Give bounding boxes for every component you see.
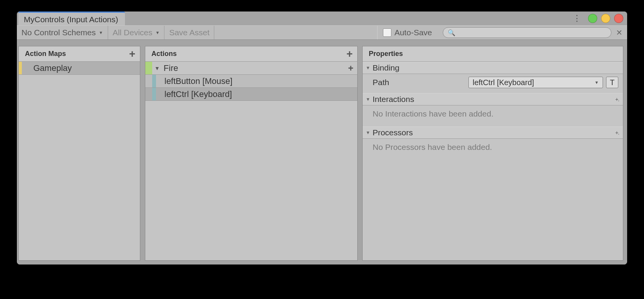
search-input[interactable]: 🔍 (443, 27, 611, 38)
action-maps-title: Action Maps (25, 50, 66, 58)
binding-section-header[interactable]: Binding (363, 62, 623, 74)
control-schemes-dropdown[interactable]: No Control Schemes (17, 26, 108, 39)
auto-save-label: Auto-Save (394, 28, 432, 37)
path-value: leftCtrl [Keyboard] (473, 78, 534, 87)
binding-row[interactable]: leftButton [Mouse] (145, 75, 357, 88)
action-maps-header: Action Maps + (19, 46, 140, 62)
titlebar: MyControls (Input Actions) ⋮ (17, 12, 627, 25)
chevron-down-icon (366, 97, 370, 102)
traffic-close-button[interactable] (614, 14, 623, 23)
interactions-empty-text: No Interactions have been added. (363, 105, 623, 124)
listen-button-label: T (610, 78, 614, 87)
action-map-stripe (19, 62, 22, 74)
control-schemes-label: No Control Schemes (21, 28, 96, 37)
binding-label: leftCtrl [Keyboard] (156, 89, 232, 99)
traffic-maximize-button[interactable] (601, 14, 610, 23)
binding-header-label: Binding (373, 63, 399, 72)
action-name: Fire (161, 63, 178, 73)
toolbar: No Control Schemes All Devices Save Asse… (17, 25, 627, 40)
search-icon: 🔍 (448, 29, 455, 36)
add-processor-button[interactable]: +. (615, 130, 619, 136)
kebab-menu-icon[interactable]: ⋮ (570, 13, 584, 23)
binding-path-row: Path leftCtrl [Keyboard] T (363, 74, 623, 91)
auto-save-toggle[interactable]: Auto-Save (377, 26, 437, 39)
chevron-down-icon (366, 130, 370, 135)
main-area: Action Maps + Gameplay Actions + (17, 40, 627, 264)
add-action-map-button[interactable]: + (128, 49, 136, 59)
path-dropdown[interactable]: leftCtrl [Keyboard] (468, 77, 603, 88)
devices-dropdown[interactable]: All Devices (108, 26, 165, 39)
binding-stripe (152, 75, 156, 87)
window-title: MyControls (Input Actions) (24, 15, 118, 24)
input-actions-window: MyControls (Input Actions) ⋮ No Control … (17, 12, 627, 264)
actions-panel: Actions + Fire + leftButton [Mouse] left… (145, 46, 358, 261)
properties-panel: Properties Binding Path leftCtrl [Keyboa… (362, 46, 623, 261)
add-binding-button[interactable]: + (348, 63, 353, 74)
window-tab[interactable]: MyControls (Input Actions) (18, 12, 125, 25)
devices-label: All Devices (113, 28, 153, 37)
add-interaction-button[interactable]: +. (615, 96, 619, 102)
action-map-label: Gameplay (22, 63, 72, 73)
save-asset-label: Save Asset (169, 28, 209, 37)
action-maps-panel: Action Maps + Gameplay (18, 46, 140, 261)
path-label: Path (373, 78, 468, 87)
interactions-header-label: Interactions (373, 95, 414, 104)
properties-header: Properties (363, 46, 623, 62)
disclosure-triangle-icon[interactable] (154, 65, 160, 71)
auto-save-checkbox[interactable] (383, 28, 391, 37)
listen-button[interactable]: T (606, 77, 618, 88)
actions-title: Actions (151, 50, 177, 58)
interactions-section-header[interactable]: Interactions +. (363, 93, 623, 105)
binding-row[interactable]: leftCtrl [Keyboard] (145, 88, 357, 101)
traffic-minimize-button[interactable] (588, 14, 597, 23)
add-action-button[interactable]: + (346, 49, 353, 59)
clear-search-button[interactable]: ✕ (614, 28, 624, 37)
chevron-down-icon (366, 65, 370, 71)
properties-title: Properties (369, 50, 403, 58)
processors-section-header[interactable]: Processors +. (363, 127, 623, 139)
action-map-row[interactable]: Gameplay (19, 62, 140, 75)
binding-label: leftButton [Mouse] (156, 76, 232, 86)
save-asset-button[interactable]: Save Asset (164, 26, 214, 39)
processors-empty-text: No Processors have been added. (363, 139, 623, 158)
processors-header-label: Processors (373, 128, 413, 137)
actions-header: Actions + (145, 46, 357, 62)
action-row[interactable]: Fire + (145, 62, 357, 75)
binding-stripe (152, 88, 156, 100)
action-stripe (145, 62, 152, 74)
